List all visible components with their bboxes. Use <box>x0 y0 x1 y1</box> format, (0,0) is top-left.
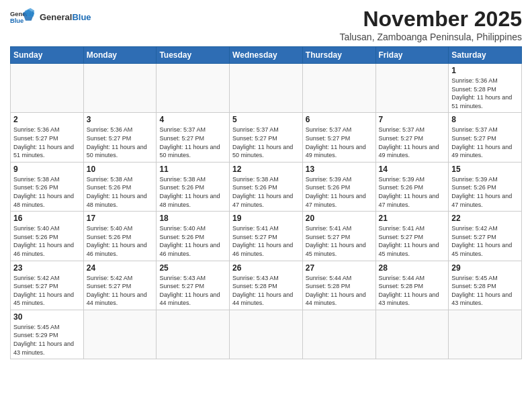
day-number: 25 <box>159 263 226 273</box>
table-row <box>375 64 449 113</box>
day-info: Sunrise: 5:42 AMSunset: 5:27 PMDaylight:… <box>451 224 519 258</box>
day-number: 11 <box>159 165 226 174</box>
day-number: 20 <box>306 214 373 223</box>
page-subtitle: Talusan, Zamboanga Peninsula, Philippine… <box>339 32 522 42</box>
table-row: 12Sunrise: 5:38 AMSunset: 5:26 PMDayligh… <box>230 162 303 211</box>
day-number: 19 <box>232 214 300 223</box>
day-info: Sunrise: 5:37 AMSunset: 5:27 PMDaylight:… <box>306 126 373 159</box>
table-row: 13Sunrise: 5:39 AMSunset: 5:26 PMDayligh… <box>302 162 375 211</box>
day-number: 30 <box>13 312 81 322</box>
day-info: Sunrise: 5:37 AMSunset: 5:27 PMDaylight:… <box>232 126 300 159</box>
day-number: 27 <box>306 263 373 273</box>
day-info: Sunrise: 5:38 AMSunset: 5:26 PMDaylight:… <box>159 175 226 209</box>
header-wednesday: Wednesday <box>230 47 303 64</box>
day-number: 23 <box>13 263 81 273</box>
day-number: 10 <box>87 165 154 174</box>
logo-text: GeneralBlue <box>40 12 91 22</box>
day-info: Sunrise: 5:41 AMSunset: 5:27 PMDaylight:… <box>379 224 446 258</box>
calendar-week-row: 16Sunrise: 5:40 AMSunset: 5:26 PMDayligh… <box>11 212 522 261</box>
day-number: 12 <box>232 165 300 174</box>
day-info: Sunrise: 5:36 AMSunset: 5:27 PMDaylight:… <box>87 126 154 159</box>
day-info: Sunrise: 5:43 AMSunset: 5:27 PMDaylight:… <box>159 274 226 308</box>
day-info: Sunrise: 5:38 AMSunset: 5:26 PMDaylight:… <box>232 175 300 209</box>
table-row: 3Sunrise: 5:36 AMSunset: 5:27 PMDaylight… <box>83 113 157 162</box>
day-number: 9 <box>13 165 81 174</box>
day-info: Sunrise: 5:37 AMSunset: 5:27 PMDaylight:… <box>451 126 519 159</box>
day-info: Sunrise: 5:41 AMSunset: 5:27 PMDaylight:… <box>306 224 373 258</box>
day-number: 22 <box>451 214 519 223</box>
header-tuesday: Tuesday <box>157 47 230 64</box>
table-row: 5Sunrise: 5:37 AMSunset: 5:27 PMDaylight… <box>230 113 303 162</box>
table-row: 26Sunrise: 5:43 AMSunset: 5:28 PMDayligh… <box>230 261 303 310</box>
day-info: Sunrise: 5:38 AMSunset: 5:26 PMDaylight:… <box>87 175 154 209</box>
table-row: 23Sunrise: 5:42 AMSunset: 5:27 PMDayligh… <box>11 261 84 310</box>
table-row <box>449 310 522 359</box>
table-row: 20Sunrise: 5:41 AMSunset: 5:27 PMDayligh… <box>302 212 375 261</box>
day-info: Sunrise: 5:40 AMSunset: 5:26 PMDaylight:… <box>159 224 226 258</box>
calendar-week-row: 23Sunrise: 5:42 AMSunset: 5:27 PMDayligh… <box>11 261 522 310</box>
day-number: 7 <box>379 115 446 124</box>
day-number: 6 <box>306 115 373 124</box>
calendar-week-row: 30Sunrise: 5:45 AMSunset: 5:29 PMDayligh… <box>11 310 522 359</box>
table-row: 16Sunrise: 5:40 AMSunset: 5:26 PMDayligh… <box>11 212 84 261</box>
table-row: 21Sunrise: 5:41 AMSunset: 5:27 PMDayligh… <box>375 212 449 261</box>
table-row: 30Sunrise: 5:45 AMSunset: 5:29 PMDayligh… <box>11 310 84 359</box>
day-info: Sunrise: 5:39 AMSunset: 5:26 PMDaylight:… <box>306 175 373 209</box>
day-number: 28 <box>379 263 446 273</box>
day-number: 14 <box>379 165 446 174</box>
table-row <box>230 64 303 113</box>
day-number: 2 <box>13 115 81 124</box>
header-friday: Friday <box>375 47 449 64</box>
day-info: Sunrise: 5:45 AMSunset: 5:28 PMDaylight:… <box>451 274 519 308</box>
day-number: 17 <box>87 214 154 223</box>
day-number: 13 <box>306 165 373 174</box>
day-info: Sunrise: 5:37 AMSunset: 5:27 PMDaylight:… <box>159 126 226 159</box>
header-sunday: Sunday <box>11 47 84 64</box>
day-info: Sunrise: 5:43 AMSunset: 5:28 PMDaylight:… <box>232 274 300 308</box>
table-row: 11Sunrise: 5:38 AMSunset: 5:26 PMDayligh… <box>157 162 230 211</box>
table-row: 9Sunrise: 5:38 AMSunset: 5:26 PMDaylight… <box>11 162 84 211</box>
day-info: Sunrise: 5:42 AMSunset: 5:27 PMDaylight:… <box>87 274 154 308</box>
day-info: Sunrise: 5:41 AMSunset: 5:27 PMDaylight:… <box>232 224 300 258</box>
table-row: 4Sunrise: 5:37 AMSunset: 5:27 PMDaylight… <box>157 113 230 162</box>
table-row: 7Sunrise: 5:37 AMSunset: 5:27 PMDaylight… <box>375 113 449 162</box>
calendar-week-row: 2Sunrise: 5:36 AMSunset: 5:27 PMDaylight… <box>11 113 522 162</box>
table-row <box>375 310 449 359</box>
table-row: 17Sunrise: 5:40 AMSunset: 5:26 PMDayligh… <box>83 212 157 261</box>
table-row <box>302 310 375 359</box>
day-number: 24 <box>87 263 154 273</box>
table-row: 25Sunrise: 5:43 AMSunset: 5:27 PMDayligh… <box>157 261 230 310</box>
calendar-table: Sunday Monday Tuesday Wednesday Thursday… <box>10 46 522 359</box>
table-row: 6Sunrise: 5:37 AMSunset: 5:27 PMDaylight… <box>302 113 375 162</box>
svg-text:Blue: Blue <box>10 17 24 24</box>
header-thursday: Thursday <box>302 47 375 64</box>
day-number: 8 <box>451 115 519 124</box>
day-number: 15 <box>451 165 519 174</box>
table-row: 10Sunrise: 5:38 AMSunset: 5:26 PMDayligh… <box>83 162 157 211</box>
day-info: Sunrise: 5:40 AMSunset: 5:26 PMDaylight:… <box>87 224 154 258</box>
day-number: 18 <box>159 214 226 223</box>
table-row: 15Sunrise: 5:39 AMSunset: 5:26 PMDayligh… <box>449 162 522 211</box>
day-number: 1 <box>451 66 519 75</box>
table-row <box>302 64 375 113</box>
day-info: Sunrise: 5:44 AMSunset: 5:28 PMDaylight:… <box>379 274 446 308</box>
day-info: Sunrise: 5:36 AMSunset: 5:27 PMDaylight:… <box>13 126 81 159</box>
weekday-header-row: Sunday Monday Tuesday Wednesday Thursday… <box>11 47 522 64</box>
table-row: 19Sunrise: 5:41 AMSunset: 5:27 PMDayligh… <box>230 212 303 261</box>
day-number: 5 <box>232 115 300 124</box>
table-row: 22Sunrise: 5:42 AMSunset: 5:27 PMDayligh… <box>449 212 522 261</box>
logo-icon: General Blue <box>10 7 34 27</box>
logo: General Blue GeneralBlue <box>10 7 91 27</box>
page-title: November 2025 <box>339 7 522 32</box>
title-block: November 2025 Talusan, Zamboanga Peninsu… <box>339 7 522 42</box>
day-number: 26 <box>232 263 300 273</box>
day-number: 29 <box>451 263 519 273</box>
calendar-week-row: 9Sunrise: 5:38 AMSunset: 5:26 PMDaylight… <box>11 162 522 211</box>
day-info: Sunrise: 5:45 AMSunset: 5:29 PMDaylight:… <box>13 323 81 357</box>
header-saturday: Saturday <box>449 47 522 64</box>
day-info: Sunrise: 5:42 AMSunset: 5:27 PMDaylight:… <box>13 274 81 308</box>
table-row <box>11 64 84 113</box>
table-row <box>157 310 230 359</box>
table-row <box>83 310 157 359</box>
table-row <box>157 64 230 113</box>
